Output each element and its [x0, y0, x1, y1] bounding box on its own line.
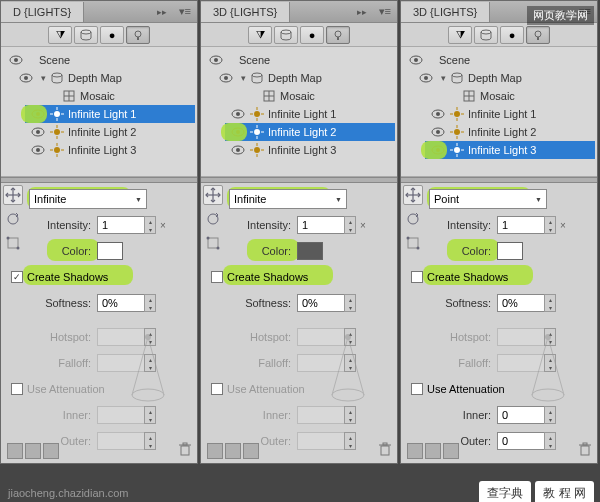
create-shadows-checkbox[interactable] — [211, 271, 223, 283]
tree-light-row[interactable]: Infinite Light 1 — [225, 105, 395, 123]
filter-mesh-icon[interactable] — [274, 26, 298, 44]
softness-input[interactable]: 0% — [497, 294, 545, 312]
scene-header-row[interactable]: Scene — [203, 51, 395, 69]
preset-thumb[interactable] — [7, 443, 23, 459]
color-swatch[interactable] — [297, 242, 323, 260]
filter-lights-icon[interactable] — [526, 26, 550, 44]
collapse-icon[interactable]: ▸▸ — [351, 7, 373, 17]
filter-material-icon[interactable]: ● — [100, 26, 124, 44]
preset-thumb[interactable] — [407, 443, 423, 459]
inner-spinner[interactable]: ▴▾ — [544, 406, 556, 424]
eye-icon[interactable] — [415, 73, 437, 83]
tree-mosaic-row[interactable]: Mosaic — [425, 87, 595, 105]
twisty-icon[interactable]: ▾ — [37, 73, 49, 83]
eye-icon[interactable] — [427, 109, 449, 119]
inner-input[interactable]: 0 — [497, 406, 545, 424]
tree-mosaic-row[interactable]: Mosaic — [25, 87, 195, 105]
eye-icon[interactable] — [427, 127, 449, 137]
panel-tab[interactable]: 3D {LIGHTS} — [401, 2, 490, 22]
tree-light-row[interactable]: Infinite Light 2 — [425, 123, 595, 141]
scale-tool-icon[interactable] — [203, 233, 223, 253]
softness-spinner[interactable]: ▴▾ — [344, 294, 356, 312]
move-tool-icon[interactable] — [3, 185, 23, 205]
trash-icon[interactable] — [179, 442, 191, 459]
eye-icon[interactable] — [27, 127, 49, 137]
filter-material-icon[interactable]: ● — [300, 26, 324, 44]
intensity-input[interactable]: 1 — [497, 216, 545, 234]
tree-mosaic-row[interactable]: Mosaic — [225, 87, 395, 105]
filter-scene-icon[interactable]: ⧩ — [448, 26, 472, 44]
scale-tool-icon[interactable] — [3, 233, 23, 253]
move-tool-icon[interactable] — [403, 185, 423, 205]
move-tool-icon[interactable] — [203, 185, 223, 205]
light-type-dropdown[interactable]: Infinite — [229, 189, 347, 209]
tree-depthmap-row[interactable]: ▾ Depth Map — [413, 69, 595, 87]
preset-thumb[interactable] — [443, 443, 459, 459]
preset-thumb[interactable] — [43, 443, 59, 459]
twisty-icon[interactable]: ▾ — [437, 73, 449, 83]
tree-depthmap-row[interactable]: ▾ Depth Map — [13, 69, 195, 87]
outer-input[interactable]: 0 — [497, 432, 545, 450]
rotate-tool-icon[interactable] — [203, 209, 223, 229]
scale-tool-icon[interactable] — [403, 233, 423, 253]
light-type-dropdown[interactable]: Point — [429, 189, 547, 209]
create-shadows-checkbox[interactable]: ✓ — [11, 271, 23, 283]
softness-input[interactable]: 0% — [97, 294, 145, 312]
outer-spinner[interactable]: ▴▾ — [544, 432, 556, 450]
preset-thumb[interactable] — [225, 443, 241, 459]
panel-menu-icon[interactable]: ▾≡ — [373, 5, 397, 18]
eye-icon[interactable] — [227, 109, 249, 119]
intensity-input[interactable]: 1 — [297, 216, 345, 234]
scene-header-row[interactable]: Scene — [403, 51, 595, 69]
color-swatch[interactable] — [97, 242, 123, 260]
filter-mesh-icon[interactable] — [474, 26, 498, 44]
filter-mesh-icon[interactable] — [74, 26, 98, 44]
filter-scene-icon[interactable]: ⧩ — [248, 26, 272, 44]
create-shadows-checkbox[interactable] — [411, 271, 423, 283]
softness-spinner[interactable]: ▴▾ — [144, 294, 156, 312]
intensity-spinner[interactable]: ▴▾ — [544, 216, 556, 234]
rotate-tool-icon[interactable] — [403, 209, 423, 229]
eye-icon[interactable] — [405, 55, 427, 65]
tree-light-row[interactable]: Infinite Light 2 — [225, 123, 395, 141]
eye-icon[interactable] — [15, 73, 37, 83]
scene-header-row[interactable]: Scene — [3, 51, 195, 69]
color-swatch[interactable] — [497, 242, 523, 260]
reset-icon[interactable]: × — [160, 220, 166, 231]
intensity-input[interactable]: 1 — [97, 216, 145, 234]
panel-tab[interactable]: 3D {LIGHTS} — [201, 2, 290, 22]
tree-light-row[interactable]: Infinite Light 2 — [25, 123, 195, 141]
use-attenuation-checkbox[interactable] — [411, 383, 423, 395]
twisty-icon[interactable]: ▾ — [237, 73, 249, 83]
tree-light-row[interactable]: Infinite Light 3 — [225, 141, 395, 159]
rotate-tool-icon[interactable] — [3, 209, 23, 229]
tree-light-row[interactable]: Infinite Light 1 — [425, 105, 595, 123]
preset-thumb[interactable] — [207, 443, 223, 459]
eye-icon[interactable] — [27, 145, 49, 155]
tree-depthmap-row[interactable]: ▾ Depth Map — [213, 69, 395, 87]
tree-light-row[interactable]: Infinite Light 3 — [425, 141, 595, 159]
preset-thumb[interactable] — [25, 443, 41, 459]
panel-menu-icon[interactable]: ▾≡ — [173, 5, 197, 18]
trash-icon[interactable] — [379, 442, 391, 459]
trash-icon[interactable] — [579, 442, 591, 459]
eye-icon[interactable] — [5, 55, 27, 65]
filter-lights-icon[interactable] — [326, 26, 350, 44]
reset-icon[interactable]: × — [560, 220, 566, 231]
light-type-dropdown[interactable]: Infinite — [29, 189, 147, 209]
softness-input[interactable]: 0% — [297, 294, 345, 312]
eye-icon[interactable] — [205, 55, 227, 65]
filter-lights-icon[interactable] — [126, 26, 150, 44]
tree-light-row[interactable]: Infinite Light 3 — [25, 141, 195, 159]
eye-icon[interactable] — [227, 145, 249, 155]
preset-thumb[interactable] — [243, 443, 259, 459]
eye-icon[interactable] — [215, 73, 237, 83]
intensity-spinner[interactable]: ▴▾ — [144, 216, 156, 234]
reset-icon[interactable]: × — [360, 220, 366, 231]
filter-scene-icon[interactable]: ⧩ — [48, 26, 72, 44]
preset-thumb[interactable] — [425, 443, 441, 459]
tree-light-row[interactable]: Infinite Light 1 — [25, 105, 195, 123]
softness-spinner[interactable]: ▴▾ — [544, 294, 556, 312]
panel-tab[interactable]: D {LIGHTS} — [1, 2, 84, 22]
intensity-spinner[interactable]: ▴▾ — [344, 216, 356, 234]
